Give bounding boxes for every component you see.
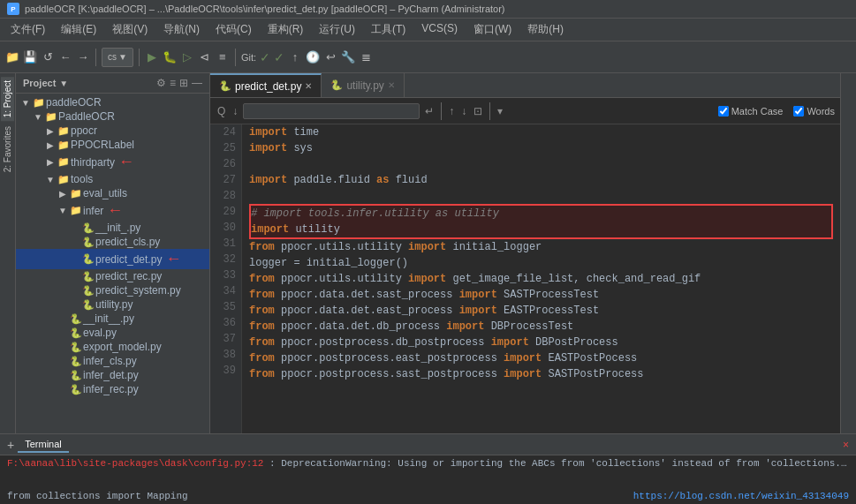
- menu-item-t[interactable]: 工具(T): [364, 20, 413, 39]
- code-line-36: from ppocr.data.det.db_process import DB…: [249, 319, 833, 335]
- sidebar-tree: ▼ 📁 paddleOCR ▼ 📁 PaddleOCR ▶ 📁 ppocr: [16, 94, 209, 433]
- init1-icon: 🐍: [81, 222, 95, 234]
- words-option[interactable]: Words: [793, 106, 835, 117]
- tab-bar: 🐍 predict_det.py ✕ 🐍 utility.py ✕: [210, 73, 840, 98]
- enter-icon[interactable]: ↵: [423, 103, 436, 119]
- debug-icon[interactable]: 🐛: [163, 50, 177, 64]
- next-icon[interactable]: ↓: [459, 103, 468, 119]
- menu-item-r[interactable]: 重构(R): [261, 20, 311, 39]
- close-sidebar-icon[interactable]: —: [192, 77, 202, 89]
- tree-paddleocr[interactable]: ▼ 📁 PaddleOCR: [16, 109, 209, 124]
- terminal-link[interactable]: https://blog.csdn.net/weixin_43134049: [633, 491, 849, 501]
- tree-predict_system[interactable]: 🐍 predict_system.py: [16, 283, 209, 297]
- menu-item-vcss[interactable]: VCS(S): [414, 20, 465, 39]
- cs-dropdown[interactable]: cs ▼: [102, 48, 133, 67]
- code-line-25: import sys: [249, 140, 833, 156]
- ppocr-icon: 📁: [57, 125, 71, 137]
- code-content[interactable]: import time import sys import paddle.flu…: [242, 124, 840, 433]
- gear-icon[interactable]: ⚙: [156, 77, 166, 89]
- match-case-option[interactable]: Match Case: [718, 106, 784, 117]
- menu-item-w[interactable]: 窗口(W): [466, 20, 519, 39]
- tab-utility-close[interactable]: ✕: [388, 80, 395, 90]
- collapse-icon[interactable]: ≡: [170, 77, 176, 89]
- run-icon[interactable]: ▶: [145, 50, 159, 64]
- forward-icon[interactable]: →: [76, 50, 90, 64]
- tree-infer_cls[interactable]: 🐍 infer_cls.py: [16, 354, 209, 368]
- tree-infer_det[interactable]: 🐍 infer_det.py: [16, 368, 209, 382]
- tree-infer[interactable]: ▼ 📁 infer ←: [16, 200, 209, 221]
- search-close-icon[interactable]: ⊡: [472, 103, 484, 119]
- init2-label: __init__.py: [83, 312, 134, 325]
- terminal-tab[interactable]: Terminal: [18, 437, 69, 453]
- favorites-side-tab[interactable]: 2: Favorites: [1, 123, 14, 176]
- wrench-icon[interactable]: 🔧: [341, 50, 355, 64]
- sep5: [489, 102, 490, 120]
- tree-infer_rec[interactable]: 🐍 infer_rec.py: [16, 382, 209, 396]
- sort-icon[interactable]: ⊞: [179, 77, 188, 89]
- predict_det-icon: 🐍: [81, 253, 95, 265]
- list-icon[interactable]: ≣: [359, 50, 373, 64]
- tree-root[interactable]: ▼ 📁 paddleOCR: [16, 95, 209, 109]
- search-expand-icon[interactable]: Q: [216, 103, 227, 119]
- tree-ppocr[interactable]: ▶ 📁 ppocr: [16, 124, 209, 138]
- tree-eval_utils[interactable]: ▶ 📁 eval_utils: [16, 186, 209, 200]
- run3-icon[interactable]: ⊲: [198, 50, 212, 64]
- search-input[interactable]: [243, 103, 420, 119]
- code-line-37: from ppocr.postprocess.db_postprocess im…: [249, 335, 833, 350]
- menubar: 文件(F)编辑(E)视图(V)导航(N)代码(C)重构(R)运行(U)工具(T)…: [0, 19, 856, 41]
- clock-icon[interactable]: 🕐: [306, 50, 320, 64]
- init1-label: __init_.py: [95, 222, 140, 234]
- predict_det-label: predict_det.py: [95, 253, 162, 266]
- prev-icon[interactable]: ↑: [447, 103, 456, 119]
- tree-tools[interactable]: ▼ 📁 tools: [16, 172, 209, 186]
- menu-item-c[interactable]: 代码(C): [208, 20, 259, 39]
- git-label: Git:: [241, 52, 256, 63]
- refresh-icon[interactable]: ↺: [41, 50, 55, 64]
- tree-eval[interactable]: 🐍 eval.py: [16, 326, 209, 340]
- git-push-icon[interactable]: ↑: [288, 50, 302, 64]
- tree-thirdparty[interactable]: ▶ 📁 thirdparty ←: [16, 152, 209, 172]
- line-numbers: 24 25 26 27 28 29 30 31 32 33 34 35 36 3…: [210, 124, 242, 433]
- filter-icon[interactable]: ▾: [496, 103, 504, 119]
- menu-item-f[interactable]: 文件(F): [4, 20, 52, 39]
- tab-utility[interactable]: 🐍 utility.py ✕: [322, 73, 404, 97]
- tree-predict_det[interactable]: 🐍 predict_det.py ←: [16, 249, 209, 269]
- paddleocr-label: PaddleOCR: [58, 110, 115, 123]
- cs-label: cs: [108, 52, 117, 62]
- run4-icon[interactable]: ≡: [216, 50, 230, 64]
- run2-icon[interactable]: ▷: [180, 50, 194, 64]
- tree-predict_cls[interactable]: 🐍 predict_cls.py: [16, 235, 209, 249]
- tree-ppocrlabel[interactable]: ▶ 📁 PPOCRLabel: [16, 138, 209, 152]
- tree-utility[interactable]: 🐍 utility.py: [16, 297, 209, 312]
- code-editor: 24 25 26 27 28 29 30 31 32 33 34 35 36 3…: [210, 124, 840, 433]
- infer_det-label: infer_det.py: [83, 369, 139, 381]
- tab-predict-det-close[interactable]: ✕: [305, 81, 312, 91]
- tree-predict_rec[interactable]: 🐍 predict_rec.py: [16, 269, 209, 283]
- terminal-plus-btn[interactable]: +: [7, 438, 14, 452]
- export_model-icon: 🐍: [69, 342, 83, 353]
- words-checkbox[interactable]: [793, 106, 804, 117]
- tree-init1[interactable]: 🐍 __init_.py: [16, 221, 209, 235]
- search-down-icon[interactable]: ↓: [231, 103, 239, 119]
- undo-icon[interactable]: ↩: [323, 50, 337, 64]
- terminal-close-btn[interactable]: ×: [843, 439, 849, 451]
- tab-predict_det[interactable]: 🐍 predict_det.py ✕: [210, 73, 322, 97]
- infer_cls-icon: 🐍: [69, 356, 83, 367]
- match-case-checkbox[interactable]: [718, 106, 729, 117]
- tree-export_model[interactable]: 🐍 export_model.py: [16, 340, 209, 354]
- menu-item-h[interactable]: 帮助(H): [520, 20, 571, 39]
- tree-init2[interactable]: 🐍 __init__.py: [16, 312, 209, 326]
- back-icon[interactable]: ←: [58, 50, 72, 64]
- infer_rec-label: infer_rec.py: [83, 383, 139, 395]
- project-side-tab[interactable]: 1: Project: [1, 77, 14, 121]
- menu-item-u[interactable]: 运行(U): [312, 20, 362, 39]
- folder-icon[interactable]: 📁: [5, 50, 19, 64]
- menu-item-e[interactable]: 编辑(E): [54, 20, 103, 39]
- left-side-tabs: 1: Project 2: Favorites: [0, 73, 16, 433]
- eval-icon: 🐍: [69, 327, 83, 339]
- code-line-38: from ppocr.postprocess.east_postprocess …: [249, 350, 833, 366]
- menu-item-n[interactable]: 导航(N): [156, 20, 207, 39]
- menu-item-v[interactable]: 视图(V): [105, 20, 155, 39]
- save-icon[interactable]: 💾: [23, 50, 37, 64]
- tab-utility-icon: 🐍: [330, 79, 343, 91]
